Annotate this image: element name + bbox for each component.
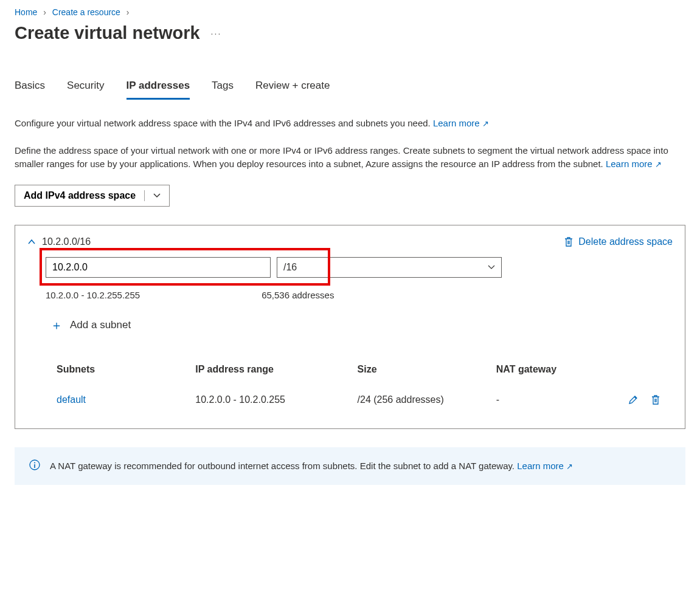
col-ip-range: IP address range: [195, 364, 357, 375]
col-subnets: Subnets: [57, 364, 195, 375]
add-ipv4-label: Add IPv4 address space: [24, 190, 136, 201]
chevron-up-icon[interactable]: [27, 239, 36, 245]
delete-address-space-button[interactable]: Delete address space: [564, 236, 673, 247]
trash-icon: [651, 394, 660, 405]
svg-rect-2: [34, 464, 35, 468]
tab-tags[interactable]: Tags: [212, 80, 234, 100]
chevron-down-icon: [488, 265, 495, 270]
pencil-icon: [628, 394, 639, 405]
chevron-right-icon: ›: [43, 7, 46, 17]
table-row: default 10.2.0.0 - 10.2.0.255 /24 (256 a…: [57, 386, 660, 414]
info-banner: A NAT gateway is recommended for outboun…: [15, 447, 685, 486]
svg-point-1: [34, 462, 35, 463]
trash-icon: [564, 236, 574, 247]
subnet-name-link[interactable]: default: [57, 394, 195, 405]
add-ipv4-address-space-button[interactable]: Add IPv4 address space: [15, 185, 170, 207]
page-title: Create virtual network: [15, 23, 200, 43]
add-subnet-label: Add a subnet: [70, 319, 131, 331]
address-range-text: 10.2.0.0 - 10.2.255.255: [46, 290, 140, 300]
subnet-nat: -: [496, 394, 612, 405]
col-size: Size: [358, 364, 496, 375]
learn-more-link-1[interactable]: Learn more↗: [433, 118, 489, 128]
add-subnet-button[interactable]: ＋ Add a subnet: [50, 317, 673, 334]
tab-security[interactable]: Security: [67, 80, 104, 100]
divider: [144, 190, 145, 201]
info-banner-learn-more[interactable]: Learn more↗: [517, 461, 573, 471]
subnet-size: /24 (256 addresses): [358, 394, 496, 405]
breadcrumb: Home › Create a resource ›: [15, 7, 685, 17]
external-link-icon: ↗: [566, 462, 573, 471]
plus-icon: ＋: [50, 317, 63, 334]
more-button[interactable]: ···: [211, 29, 222, 38]
starting-address-input[interactable]: [46, 257, 271, 278]
tabs: Basics Security IP addresses Tags Review…: [15, 80, 685, 100]
delete-address-space-label: Delete address space: [578, 236, 673, 247]
description-1-text: Configure your virtual network address s…: [15, 118, 431, 128]
description-2: Define the address space of your virtual…: [15, 144, 684, 171]
breadcrumb-create-resource[interactable]: Create a resource: [52, 7, 120, 17]
address-space-size-dropdown[interactable]: /16: [277, 257, 502, 278]
description-2-text: Define the address space of your virtual…: [15, 145, 668, 170]
subnet-table: Subnets IP address range Size NAT gatewa…: [57, 364, 660, 414]
external-link-icon: ↗: [655, 160, 662, 169]
learn-more-link-2[interactable]: Learn more↗: [606, 159, 662, 169]
info-banner-text: A NAT gateway is recommended for outboun…: [50, 461, 515, 471]
description-1: Configure your virtual network address s…: [15, 117, 684, 131]
col-nat-gateway: NAT gateway: [496, 364, 612, 375]
tab-review-create[interactable]: Review + create: [255, 80, 330, 100]
prefix-value: /16: [283, 262, 297, 273]
edit-subnet-button[interactable]: [628, 394, 639, 405]
subnet-range: 10.2.0.0 - 10.2.0.255: [195, 394, 357, 405]
external-link-icon: ↗: [482, 119, 489, 128]
address-count-text: 65,536 addresses: [262, 290, 334, 300]
delete-subnet-button[interactable]: [651, 394, 660, 405]
chevron-down-icon: [153, 193, 161, 198]
tab-basics[interactable]: Basics: [15, 80, 45, 100]
address-space-card: 10.2.0.0/16 Delete address space /16 10.…: [15, 225, 685, 429]
address-space-cidr: 10.2.0.0/16: [42, 236, 91, 247]
info-icon: [29, 459, 40, 473]
chevron-right-icon: ›: [126, 7, 130, 17]
breadcrumb-home[interactable]: Home: [15, 7, 37, 17]
tab-ip-addresses[interactable]: IP addresses: [126, 80, 190, 100]
